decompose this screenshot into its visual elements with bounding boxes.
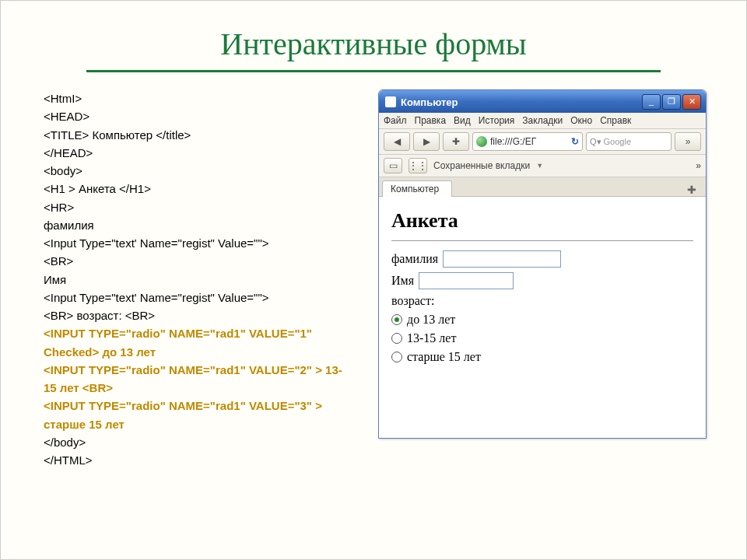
radio-label: до 13 лет bbox=[407, 313, 455, 327]
tab-active[interactable]: Компьютер bbox=[382, 180, 452, 197]
code-line: <HtmI> bbox=[44, 89, 355, 107]
address-bar[interactable]: file:///G:/ЕГ ↻ bbox=[472, 132, 583, 151]
code-line: <Input Type="text' Name="regist" Value="… bbox=[44, 289, 355, 306]
search-field[interactable]: Q▾ Google bbox=[586, 132, 672, 151]
nav-toolbar: ◀ ▶ ✚ file:///G:/ЕГ ↻ Q▾ Google » bbox=[379, 129, 706, 155]
radio-row: старше 15 лет bbox=[391, 350, 693, 364]
reload-icon[interactable]: ↻ bbox=[571, 136, 579, 147]
name-label: Имя bbox=[391, 274, 414, 288]
page-hr bbox=[391, 240, 693, 241]
bookmarks-overflow[interactable]: » bbox=[696, 160, 701, 171]
code-line: </body> bbox=[44, 433, 355, 451]
radio-label: старше 15 лет bbox=[407, 350, 481, 364]
slide-title: Интерактивные формы bbox=[86, 26, 661, 62]
browser-preview: Компьютер _ ❐ ✕ ФайлПравкаВидИсторияЗакл… bbox=[378, 89, 707, 469]
browser-window: Компьютер _ ❐ ✕ ФайлПравкаВидИсторияЗакл… bbox=[378, 89, 707, 439]
name-row: Имя bbox=[391, 272, 693, 289]
radio-group: до 13 лет13-15 летстарше 15 лет bbox=[391, 313, 693, 364]
forward-button[interactable]: ▶ bbox=[413, 132, 440, 151]
code-line: <Input Type="text' Name="regist" Value="… bbox=[44, 234, 355, 252]
code-line: <INPUT TYPE="radio" NAME="rad1" VALUE="2… bbox=[44, 361, 355, 397]
bookmarks-label[interactable]: Сохраненные вкладки bbox=[433, 160, 530, 171]
address-text: file:///G:/ЕГ bbox=[490, 136, 568, 147]
search-placeholder: Google bbox=[604, 137, 631, 146]
bookmarks-dropdown-icon[interactable]: ▼ bbox=[536, 162, 543, 170]
code-line: <INPUT TYPE="radio" NAME="rad1" VALUE="1… bbox=[44, 324, 355, 361]
age-label-row: возраст: bbox=[391, 294, 693, 308]
new-tab-button[interactable]: ✚ bbox=[681, 184, 703, 196]
code-line: <BR> bbox=[44, 252, 355, 270]
slide: Интерактивные формы <HtmI> <HEAD> <TITLE… bbox=[0, 0, 747, 560]
menu-item[interactable]: Закладки bbox=[522, 115, 563, 126]
surname-row: фамилия bbox=[391, 250, 693, 268]
overflow-button[interactable]: » bbox=[675, 132, 701, 151]
radio-label: 13-15 лет bbox=[407, 331, 456, 345]
menu-item[interactable]: Справк bbox=[600, 115, 631, 126]
surname-input[interactable] bbox=[443, 250, 561, 268]
code-line: <INPUT TYPE="radio" NAME="rad1" VALUE="3… bbox=[44, 397, 355, 433]
close-button[interactable]: ✕ bbox=[682, 94, 701, 110]
bookmarks-toolbar: ▭ ⋮⋮ Сохраненные вкладки ▼ » bbox=[379, 155, 706, 177]
globe-icon bbox=[476, 136, 487, 147]
code-line: <HEAD> bbox=[44, 107, 355, 125]
code-line: фамилия bbox=[44, 216, 355, 234]
search-icon: Q▾ bbox=[590, 137, 601, 147]
window-titlebar: Компьютер _ ❐ ✕ bbox=[379, 90, 706, 113]
surname-label: фамилия bbox=[391, 252, 438, 266]
code-listing: <HtmI> <HEAD> <TITLE> Компьютер </title>… bbox=[44, 89, 355, 469]
code-line: <BR> возраст: <BR> bbox=[44, 306, 355, 324]
window-buttons: _ ❐ ✕ bbox=[642, 94, 701, 110]
code-line: Имя bbox=[44, 271, 355, 289]
radio-button[interactable] bbox=[391, 333, 402, 344]
minimize-button[interactable]: _ bbox=[642, 94, 661, 110]
back-button[interactable]: ◀ bbox=[384, 132, 410, 151]
add-button[interactable]: ✚ bbox=[443, 132, 469, 151]
menu-item[interactable]: Файл bbox=[384, 115, 407, 126]
menubar: ФайлПравкаВидИсторияЗакладкиОкноСправк bbox=[379, 113, 706, 129]
book-icon[interactable]: ▭ bbox=[384, 158, 402, 173]
window-title: Компьютер bbox=[401, 96, 642, 108]
grid-icon[interactable]: ⋮⋮ bbox=[409, 158, 427, 173]
code-line: </HEAD> bbox=[44, 144, 355, 162]
radio-row: 13-15 лет bbox=[391, 331, 693, 345]
title-divider: Интерактивные формы bbox=[86, 15, 661, 72]
page-heading: Анкета bbox=[391, 209, 693, 233]
code-line: <H1 > Анкета </H1> bbox=[44, 180, 355, 198]
menu-item[interactable]: Окно bbox=[570, 115, 592, 126]
radio-button[interactable] bbox=[391, 314, 402, 325]
age-label: возраст: bbox=[391, 294, 434, 308]
slide-content: <HtmI> <HEAD> <TITLE> Компьютер </title>… bbox=[1, 72, 746, 469]
name-input[interactable] bbox=[419, 272, 514, 289]
tab-bar: Компьютер ✚ bbox=[379, 177, 706, 197]
code-line: </HTML> bbox=[44, 451, 355, 469]
code-line: <TITLE> Компьютер </title> bbox=[44, 126, 355, 144]
radio-row: до 13 лет bbox=[391, 313, 693, 327]
code-line: <body> bbox=[44, 162, 355, 180]
menu-item[interactable]: История bbox=[479, 115, 515, 126]
menu-item[interactable]: Правка bbox=[415, 115, 447, 126]
radio-button[interactable] bbox=[391, 352, 402, 362]
menu-item[interactable]: Вид bbox=[454, 115, 471, 126]
page-icon bbox=[385, 96, 396, 107]
page-content: Анкета фамилия Имя возраст: до 13 лет13-… bbox=[379, 197, 706, 438]
code-line: <HR> bbox=[44, 198, 355, 216]
maximize-button[interactable]: ❐ bbox=[662, 94, 681, 110]
